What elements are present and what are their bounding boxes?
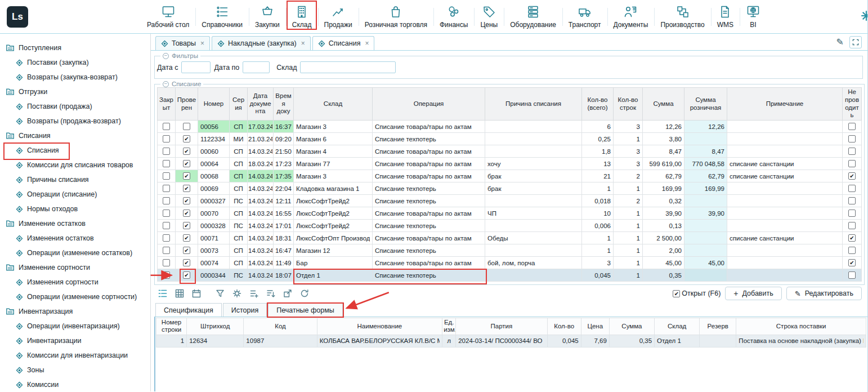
cell-sum_retail[interactable]: 8,47 [684, 145, 727, 158]
cell-checkbox[interactable]: ✔ [176, 145, 198, 158]
cell-reason[interactable] [485, 244, 582, 257]
edge-star-icon[interactable] [860, 10, 868, 22]
column-header[interactable]: Наименование [317, 318, 442, 335]
cell-date[interactable]: 14.03.24 [248, 195, 274, 207]
cell-series[interactable]: СП [230, 158, 248, 170]
cell-checkbox[interactable]: ✔ [176, 220, 198, 232]
cell-qty_total[interactable]: 0,018 [582, 195, 614, 207]
sidebar-item[interactable]: Изменение остатков [0, 216, 150, 231]
export-icon[interactable] [283, 288, 293, 299]
checkbox-icon[interactable] [848, 197, 856, 204]
module-wms[interactable]: WMS [711, 0, 740, 33]
filter-icon[interactable] [215, 288, 225, 299]
cell-note[interactable]: списание санстанции [727, 170, 843, 182]
sidebar-item[interactable]: Поставки (продажа) [0, 99, 150, 114]
cell-checkbox[interactable]: ✔ [843, 170, 862, 182]
sidebar-item[interactable]: Причины списания [0, 172, 150, 187]
sidebar-item[interactable]: Инвентаризации [0, 333, 150, 348]
cell-date[interactable]: 14.03.24 [248, 220, 274, 232]
column-header[interactable]: Кол-во строк [614, 88, 643, 121]
table-row[interactable]: ✔00069СП14.03.2422:04Кладовка магазина 1… [158, 182, 862, 195]
cell-operation[interactable]: Списание техпотерь [373, 269, 485, 282]
cell-series[interactable]: СП [230, 207, 248, 220]
checkbox-icon[interactable]: ✔ [183, 172, 190, 180]
column-header[interactable]: Номер строки [156, 318, 187, 335]
column-header[interactable]: Кол-во [547, 318, 581, 335]
refresh-icon[interactable] [299, 288, 310, 299]
cell-operation[interactable]: Списание товара/тары по актам [373, 121, 485, 133]
cell-time[interactable]: 17:01 [274, 220, 294, 232]
cell-time[interactable]: 22:04 [274, 182, 294, 195]
detail-tab[interactable]: Спецификация [155, 303, 222, 317]
cell-note[interactable] [727, 195, 843, 207]
checkbox-icon[interactable] [163, 210, 170, 217]
checkbox-icon[interactable] [163, 259, 170, 266]
module-finance[interactable]: Финансы [433, 0, 474, 33]
close-icon[interactable]: × [365, 39, 369, 47]
calendar-icon[interactable] [191, 288, 202, 299]
cell-checkbox[interactable]: ✔ [176, 257, 198, 269]
cell-time[interactable]: 16:47 [274, 244, 294, 257]
cell-warehouse[interactable]: ЛюксСофтОпт Производ [294, 232, 373, 244]
module-desktop[interactable]: Рабочий стол [141, 0, 195, 33]
table-row[interactable]: ✔00071СП14.03.2418:31ЛюксСофтОпт Произво… [158, 232, 862, 244]
checkbox-icon[interactable] [848, 247, 856, 254]
cell-qty_rows[interactable]: 3 [614, 145, 643, 158]
checkbox-icon[interactable] [163, 160, 170, 167]
cell-sum[interactable]: 62,79 [643, 170, 684, 182]
cell-time[interactable]: 16:55 [274, 207, 294, 220]
cell-warehouse[interactable]: Магазин 6 [294, 133, 373, 145]
checkbox-icon[interactable] [848, 135, 856, 142]
cell-operation[interactable]: Списание техпотерь [373, 182, 485, 195]
cell-qty_rows[interactable]: 3 [614, 158, 643, 170]
checkbox-icon[interactable] [848, 210, 856, 217]
cell[interactable]: 12634 [187, 335, 244, 347]
detail-tab[interactable]: История [223, 303, 267, 317]
cell-number[interactable]: 00074 [198, 257, 230, 269]
cell-sum[interactable]: 0,13 [643, 220, 684, 232]
sidebar-item[interactable]: Операции (изменение сортности) [0, 289, 150, 304]
cell-sum[interactable]: 0,35 [643, 269, 684, 282]
cell-checkbox[interactable]: ✔ [176, 170, 198, 182]
cell-sum_retail[interactable] [684, 195, 727, 207]
cell-note[interactable] [727, 244, 843, 257]
checkbox-icon[interactable]: ✔ [183, 185, 190, 192]
detail-tab[interactable]: Печатные формы [268, 303, 343, 317]
checkbox-icon[interactable] [163, 247, 170, 254]
module-retail[interactable]: Розничная торговля [359, 0, 433, 33]
checkbox-icon[interactable] [163, 271, 170, 279]
cell-checkbox[interactable]: ✔ [176, 269, 198, 282]
table-row[interactable]: 11263410987КОЛБАСА ВАР.БЕЛОРУССКАЯ КЛ.В/… [156, 335, 866, 347]
column-header[interactable]: Ед. изм. [442, 318, 456, 335]
sidebar-item[interactable]: Поступления [0, 41, 150, 55]
cell-note[interactable] [727, 207, 843, 220]
cell[interactable] [700, 335, 736, 347]
sidebar-item[interactable]: Поставки (закупка) [0, 55, 150, 70]
sidebar-item[interactable]: Нормы отходов [0, 202, 150, 216]
date-to-input[interactable] [243, 61, 270, 73]
cell-qty_total[interactable]: 0,25 [582, 133, 614, 145]
cell-reason[interactable]: хочу [485, 158, 582, 170]
cell-checkbox[interactable] [843, 220, 862, 232]
cell-series[interactable]: СП [230, 121, 248, 133]
cell-checkbox[interactable] [843, 145, 862, 158]
cell-operation[interactable]: Списание техпотерь [373, 133, 485, 145]
collapse-icon[interactable]: − [163, 81, 169, 87]
checkbox-icon[interactable] [848, 271, 856, 279]
cell[interactable]: 0,35 [609, 335, 654, 347]
cell-qty_total[interactable]: 1,8 [582, 145, 614, 158]
checkbox-icon[interactable]: ✔ [673, 290, 680, 297]
cell-sum_retail[interactable]: 62,79 [684, 170, 727, 182]
cell-date[interactable]: 21.03.24 [248, 133, 274, 145]
cell-date[interactable]: 14.03.24 [248, 170, 274, 182]
cell-checkbox[interactable] [158, 207, 176, 220]
checkbox-icon[interactable]: ✔ [183, 148, 190, 155]
sidebar-item[interactable]: Возвраты (закупка-возврат) [0, 70, 150, 84]
cell-reason[interactable] [485, 220, 582, 232]
cell-number[interactable]: 00073 [198, 244, 230, 257]
cell-operation[interactable]: Списание товара/тары по актам [373, 145, 485, 158]
cell-sum[interactable]: 0,32 [643, 195, 684, 207]
warehouse-filter-input[interactable] [300, 61, 396, 73]
table-row[interactable]: ✔00070СП14.03.2416:55ЛюксСофтТрейд2Списа… [158, 207, 862, 220]
cell-sum[interactable]: 3,80 [643, 133, 684, 145]
